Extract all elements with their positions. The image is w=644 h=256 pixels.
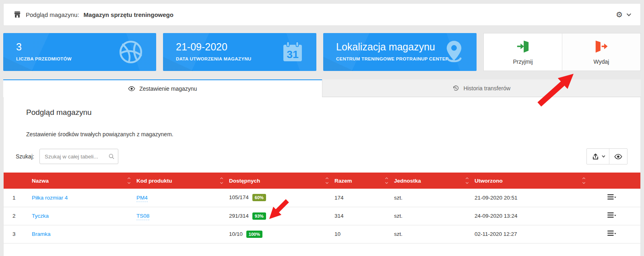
page-header: Podgląd magazynu: Magazyn sprzętu trenin… [3,3,641,26]
stat-card-items-count: 3 LICZBA PRZEDMIOTÓW [3,33,156,71]
hamburger-icon [607,230,616,237]
sort-icon[interactable] [583,178,585,183]
item-name-link[interactable]: Piłka rozmiar 4 [32,195,68,201]
section-subtitle: Zestawienie środków trwałych powiązanych… [26,131,640,137]
percent-badge: 100% [246,231,262,238]
column-header-index [4,173,32,189]
door-in-icon [516,40,530,53]
available-count: 105/174 [229,194,249,200]
eye-icon [614,154,622,160]
table-row: 3 Bramka 10/10100% 10 szt. 02-11-2020 12… [4,225,640,243]
export-icon [592,153,599,160]
tab-bar: Zestawienie magazynu Historia transferów [3,79,641,97]
items-table: Nazwa Kod produktu Dostępnych Razem Jedn… [4,173,640,244]
created-value: 02-11-2020 12:27 [475,225,591,243]
sort-icon[interactable] [128,178,130,183]
page-title-warehouse-name: Magazyn sprzętu treningowego [84,11,173,18]
receive-button[interactable]: Przyjmij [484,33,562,71]
page-title: Podgląd magazynu: Magazyn sprzętu trenin… [13,10,173,19]
available-count: 10/10 [229,231,243,237]
row-menu-button[interactable] [607,212,616,220]
search-label: Szukaj: [16,153,34,160]
storefront-icon [13,10,21,19]
item-name-link[interactable]: Bramka [32,231,51,237]
tab-label: Zestawienie magazynu [139,85,197,92]
visibility-button[interactable] [609,149,627,164]
row-menu-button[interactable] [607,194,616,202]
receive-button-label: Przyjmij [513,58,533,65]
column-header-total[interactable]: Razem [334,173,394,189]
total-value: 314 [334,207,394,225]
sort-icon[interactable] [466,178,468,183]
column-header-code[interactable]: Kod produktu [136,173,229,189]
table-row: 1 Piłka rozmiar 4 PM4 105/17460% 174 szt… [4,189,640,207]
calendar-icon: 31 [281,40,304,64]
chevron-down-icon[interactable] [627,12,631,16]
percent-badge: 93% [252,212,266,220]
column-header-created[interactable]: Utworzono [475,173,591,189]
svg-text:31: 31 [287,48,299,60]
row-index: 2 [4,207,32,225]
page-title-prefix: Podgląd magazynu: [26,11,79,18]
row-menu-button[interactable] [607,230,616,238]
column-header-available[interactable]: Dostępnych [229,173,334,189]
stat-card-location: Lokalizacja magazynu CENTRUM TRENINGOWE … [323,33,477,71]
tab-warehouse-summary[interactable]: Zestawienie magazynu [3,79,322,97]
sort-icon[interactable] [326,178,328,183]
table-header-row: Nazwa Kod produktu Dostępnych Razem Jedn… [4,173,640,189]
row-index: 3 [4,225,32,243]
warehouse-summary-panel: Podgląd magazynu Zestawienie środków trw… [3,97,641,256]
hamburger-icon [607,212,616,219]
item-code-link[interactable]: TS08 [136,213,149,220]
unit-value: szt. [394,225,475,243]
stat-card-created-date: 21-09-2020 DATA UTWORZENIA MAGAZYNU 31 [163,33,316,71]
total-value: 174 [334,189,394,207]
unit-value: szt. [394,189,475,207]
issue-button[interactable]: Wydaj [562,33,640,71]
percent-badge: 60% [252,194,266,201]
available-count: 291/314 [229,213,249,219]
eye-icon [128,86,135,92]
door-out-icon [594,40,608,53]
warehouse-actions-panel: Przyjmij Wydaj [483,33,641,71]
tab-transfer-history[interactable]: Historia transferów [322,79,641,97]
created-value: 21-09-2020 20:51 [475,189,591,207]
map-pin-icon [444,40,464,64]
issue-button-label: Wydaj [594,58,609,65]
sort-icon[interactable] [221,178,223,183]
created-value: 24-09-2020 13:24 [475,207,591,225]
sort-icon[interactable] [386,178,388,183]
row-index: 1 [4,189,32,207]
column-header-name[interactable]: Nazwa [32,173,136,189]
tab-label: Historia transferów [463,85,510,92]
total-value: 10 [334,225,394,243]
section-title: Podgląd magazynu [26,108,640,117]
basketball-icon [118,39,144,65]
search-input[interactable] [39,149,118,164]
chevron-down-icon [602,154,605,157]
export-button[interactable] [587,149,609,164]
unit-value: szt. [394,207,475,225]
gear-icon[interactable]: ⚙ [616,11,623,19]
table-row: 2 Tyczka TS08 291/31493% 314 szt. 24-09-… [4,207,640,225]
hamburger-icon [607,194,616,200]
item-name-link[interactable]: Tyczka [32,213,49,219]
column-header-actions [591,173,640,189]
search-icon [108,153,115,160]
column-header-unit[interactable]: Jednostka [394,173,475,189]
history-icon [452,85,459,92]
item-code-link[interactable]: PM4 [136,195,148,202]
